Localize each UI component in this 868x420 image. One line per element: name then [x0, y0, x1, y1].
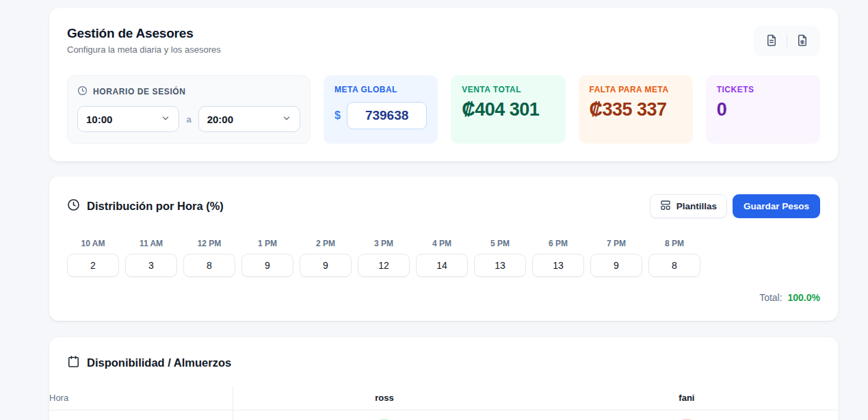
- hour-weight-input-1pm[interactable]: [241, 254, 293, 277]
- hour-col-7pm: 7 PM: [590, 239, 642, 277]
- export-button-group: [754, 26, 820, 56]
- hour-label: 11 AM: [125, 239, 177, 248]
- hour-col-12pm: 12 PM: [183, 239, 235, 277]
- advisor-management-card: Gestión de Asesores Configura la meta di…: [49, 8, 838, 161]
- hour-col-3pm: 3 PM: [358, 239, 410, 277]
- export-file-text-button[interactable]: [765, 34, 778, 48]
- save-weights-button[interactable]: Guardar Pesos: [733, 194, 820, 218]
- hour-label: 5 PM: [474, 239, 526, 248]
- hour-weight-input-10am[interactable]: [67, 254, 119, 277]
- hour-label: 12 PM: [183, 239, 235, 248]
- hour-label: 1 PM: [241, 239, 293, 248]
- venta-total-card: VENTA TOTAL ₡404 301: [451, 75, 565, 144]
- hour-weight-input-2pm[interactable]: [300, 254, 352, 277]
- fani-status-cell: [536, 410, 838, 420]
- hour-label: 3 PM: [358, 239, 410, 248]
- session-start-select[interactable]: 10:00: [77, 106, 179, 132]
- page-title: Gestión de Asesores: [67, 26, 221, 41]
- session-end-value: 20:00: [207, 114, 233, 125]
- chevron-down-icon: [161, 114, 170, 125]
- falta-para-meta-value: ₡335 337: [590, 99, 682, 120]
- falta-para-meta-card: FALTA PARA META ₡335 337: [579, 75, 693, 144]
- venta-total-value: ₡404 301: [462, 99, 554, 120]
- hour-weight-input-7pm[interactable]: [590, 254, 642, 277]
- hour-weight-input-12pm[interactable]: [183, 254, 235, 277]
- hour-weight-input-8pm[interactable]: [648, 254, 700, 277]
- column-header-ross: ross: [233, 386, 536, 410]
- templates-button[interactable]: Plantillas: [650, 194, 727, 218]
- falta-para-meta-label: FALTA PARA META: [590, 85, 682, 94]
- advisor-dashboard-page: Gestión de Asesores Configura la meta di…: [0, 0, 868, 420]
- hour-weight-input-4pm[interactable]: [416, 254, 468, 277]
- table-row: 10 AM: [49, 410, 838, 420]
- clock-icon: [77, 86, 88, 98]
- meta-global-input[interactable]: [347, 102, 427, 129]
- hour-weight-input-5pm[interactable]: [474, 254, 526, 277]
- hour-col-10am: 10 AM: [67, 239, 119, 277]
- header-text-block: Gestión de Asesores Configura la meta di…: [67, 26, 221, 55]
- hour-label: 4 PM: [416, 239, 468, 248]
- row-hour-label: 10 AM: [49, 410, 233, 420]
- hour-weights-row: 10 AM 11 AM 12 PM 1 PM 2 PM 3 PM: [67, 239, 820, 277]
- hour-col-8pm: 8 PM: [648, 239, 700, 277]
- hour-label: 10 AM: [67, 239, 119, 248]
- hour-label: 8 PM: [648, 239, 700, 248]
- total-row: Total: 100.0%: [67, 292, 820, 303]
- meta-global-label: META GLOBAL: [334, 85, 427, 94]
- hour-col-1pm: 1 PM: [241, 239, 293, 277]
- distribution-title-row: Distribución por Hora (%): [67, 198, 224, 214]
- hour-weight-input-3pm[interactable]: [358, 254, 410, 277]
- column-header-fani: fani: [536, 386, 838, 410]
- total-percentage: 100.0%: [788, 292, 820, 303]
- page-subtitle: Configura la meta diaria y los asesores: [67, 44, 221, 55]
- hour-distribution-card: Distribución por Hora (%) Plantillas Gua…: [49, 176, 838, 321]
- total-label: Total:: [759, 292, 782, 303]
- session-schedule-box: HORARIO DE SESIÓN 10:00 a 20:00: [67, 75, 311, 144]
- column-header-hora: Hora: [49, 386, 233, 410]
- file-text-icon: [765, 34, 778, 49]
- session-schedule-label: HORARIO DE SESIÓN: [93, 87, 186, 96]
- export-file-spreadsheet-button[interactable]: [795, 34, 809, 48]
- hour-col-4pm: 4 PM: [416, 239, 468, 277]
- session-separator-label: a: [186, 114, 191, 124]
- availability-title-row: Disponibilidad / Almuerzos: [67, 355, 820, 371]
- hour-col-2pm: 2 PM: [300, 239, 352, 277]
- hour-weight-input-11am[interactable]: [125, 254, 177, 277]
- tickets-label: TICKETS: [717, 85, 809, 94]
- divider: [787, 34, 787, 48]
- hour-label: 7 PM: [590, 239, 642, 248]
- hour-col-5pm: 5 PM: [474, 239, 526, 277]
- calendar-icon: [67, 355, 80, 371]
- distribution-title: Distribución por Hora (%): [87, 200, 224, 213]
- availability-title: Disponibilidad / Almuerzos: [87, 356, 231, 369]
- session-schedule-label-row: HORARIO DE SESIÓN: [77, 86, 300, 98]
- hour-col-6pm: 6 PM: [532, 239, 584, 277]
- session-start-value: 10:00: [86, 114, 112, 125]
- session-end-select[interactable]: 20:00: [198, 106, 300, 132]
- file-spreadsheet-icon: [796, 34, 808, 49]
- tickets-value: 0: [717, 99, 809, 120]
- templates-button-label: Plantillas: [676, 201, 717, 211]
- layout-template-icon: [660, 200, 671, 213]
- currency-symbol: $: [334, 109, 341, 122]
- ross-status-cell: [233, 410, 536, 420]
- hour-col-11am: 11 AM: [125, 239, 177, 277]
- table-header-row: Hora ross fani: [49, 386, 838, 410]
- availability-card: Disponibilidad / Almuerzos Hora ross fan…: [49, 337, 838, 420]
- availability-table: Hora ross fani 10 AM: [49, 386, 838, 420]
- hour-label: 2 PM: [300, 239, 352, 248]
- hour-label: 6 PM: [532, 239, 584, 248]
- venta-total-label: VENTA TOTAL: [462, 85, 554, 94]
- clock-icon: [67, 198, 80, 214]
- tickets-card: TICKETS 0: [706, 75, 820, 144]
- chevron-down-icon: [282, 114, 291, 125]
- hour-weight-input-6pm[interactable]: [532, 254, 584, 277]
- meta-global-card: META GLOBAL $: [324, 75, 438, 144]
